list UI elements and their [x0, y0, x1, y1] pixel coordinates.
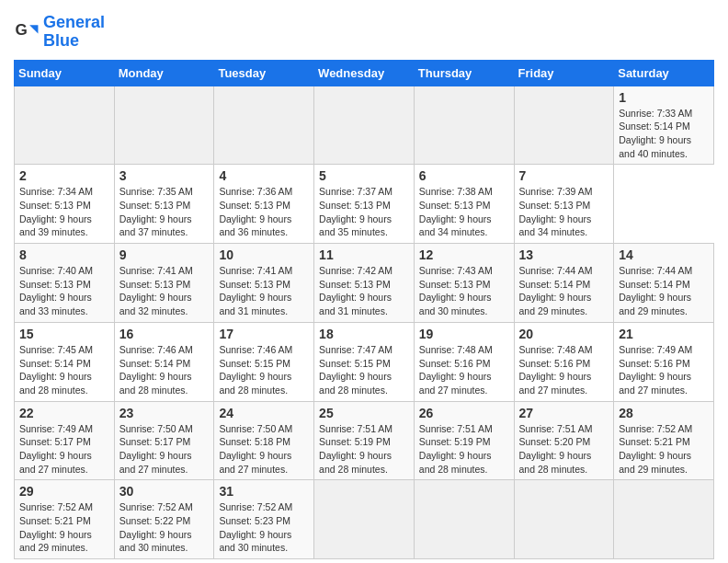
day-info: Sunrise: 7:51 AMSunset: 5:19 PMDaylight:…	[419, 422, 509, 477]
day-number: 29	[19, 484, 109, 499]
calendar-cell	[314, 86, 415, 165]
header-row: SundayMondayTuesdayWednesdayThursdayFrid…	[15, 60, 714, 86]
day-number: 7	[519, 168, 609, 183]
day-info: Sunrise: 7:38 AMSunset: 5:13 PMDaylight:…	[419, 185, 509, 239]
calendar-cell	[314, 480, 415, 559]
day-number: 1	[619, 90, 709, 105]
day-number: 9	[119, 247, 210, 262]
day-info: Sunrise: 7:51 AMSunset: 5:19 PMDaylight:…	[319, 422, 409, 477]
logo-icon: G	[14, 19, 40, 45]
day-number: 8	[19, 247, 109, 262]
calendar-cell: 6 Sunrise: 7:38 AMSunset: 5:13 PMDayligh…	[414, 165, 514, 244]
day-info: Sunrise: 7:43 AMSunset: 5:13 PMDaylight:…	[419, 264, 509, 318]
day-info: Sunrise: 7:52 AMSunset: 5:21 PMDaylight:…	[619, 422, 709, 477]
day-info: Sunrise: 7:49 AMSunset: 5:17 PMDaylight:…	[19, 422, 109, 477]
calendar-cell: 31 Sunrise: 7:52 AMSunset: 5:23 PMDaylig…	[214, 480, 314, 559]
calendar-cell: 28 Sunrise: 7:52 AMSunset: 5:21 PMDaylig…	[614, 401, 714, 480]
day-number: 23	[119, 406, 210, 420]
day-info: Sunrise: 7:33 AMSunset: 5:14 PMDaylight:…	[619, 107, 709, 161]
day-number: 17	[219, 327, 309, 341]
week-row-1: 1 Sunrise: 7:33 AMSunset: 5:14 PMDayligh…	[15, 86, 714, 165]
calendar-cell	[514, 480, 614, 559]
day-info: Sunrise: 7:39 AMSunset: 5:13 PMDaylight:…	[519, 185, 609, 239]
day-number: 21	[619, 327, 709, 341]
day-number: 6	[419, 168, 509, 183]
day-info: Sunrise: 7:36 AMSunset: 5:13 PMDaylight:…	[219, 185, 309, 239]
calendar-cell: 19 Sunrise: 7:48 AMSunset: 5:16 PMDaylig…	[414, 322, 514, 401]
calendar-cell	[214, 86, 314, 165]
day-number: 14	[619, 247, 709, 262]
calendar-cell: 10 Sunrise: 7:41 AMSunset: 5:13 PMDaylig…	[214, 244, 314, 323]
header-sunday: Sunday	[15, 60, 115, 86]
day-info: Sunrise: 7:46 AMSunset: 5:15 PMDaylight:…	[219, 343, 309, 397]
calendar-cell	[514, 86, 614, 165]
calendar-cell: 22 Sunrise: 7:49 AMSunset: 5:17 PMDaylig…	[15, 401, 115, 480]
calendar-cell	[15, 86, 115, 165]
day-info: Sunrise: 7:48 AMSunset: 5:16 PMDaylight:…	[519, 343, 609, 397]
day-number: 3	[119, 168, 210, 183]
calendar-cell: 13 Sunrise: 7:44 AMSunset: 5:14 PMDaylig…	[514, 244, 614, 323]
calendar-cell: 17 Sunrise: 7:46 AMSunset: 5:15 PMDaylig…	[214, 322, 314, 401]
calendar-cell: 7 Sunrise: 7:39 AMSunset: 5:13 PMDayligh…	[514, 165, 614, 244]
calendar-cell: 29 Sunrise: 7:52 AMSunset: 5:21 PMDaylig…	[15, 480, 115, 559]
header-monday: Monday	[114, 60, 214, 86]
header-wednesday: Wednesday	[314, 60, 415, 86]
calendar-cell: 23 Sunrise: 7:50 AMSunset: 5:17 PMDaylig…	[114, 401, 214, 480]
day-number: 10	[219, 247, 309, 262]
calendar-cell: 27 Sunrise: 7:51 AMSunset: 5:20 PMDaylig…	[514, 401, 614, 480]
calendar-cell: 2 Sunrise: 7:34 AMSunset: 5:13 PMDayligh…	[15, 165, 115, 244]
calendar-cell: 26 Sunrise: 7:51 AMSunset: 5:19 PMDaylig…	[414, 401, 514, 480]
day-info: Sunrise: 7:47 AMSunset: 5:15 PMDaylight:…	[319, 343, 409, 397]
calendar-cell: 25 Sunrise: 7:51 AMSunset: 5:19 PMDaylig…	[314, 401, 415, 480]
day-number: 13	[519, 247, 609, 262]
day-info: Sunrise: 7:49 AMSunset: 5:16 PMDaylight:…	[619, 343, 709, 397]
logo-text: General Blue	[43, 14, 105, 51]
day-info: Sunrise: 7:40 AMSunset: 5:13 PMDaylight:…	[19, 264, 109, 318]
day-number: 19	[419, 327, 509, 341]
calendar-cell: 4 Sunrise: 7:36 AMSunset: 5:13 PMDayligh…	[214, 165, 314, 244]
day-number: 2	[19, 168, 109, 183]
day-info: Sunrise: 7:50 AMSunset: 5:18 PMDaylight:…	[219, 422, 309, 477]
day-number: 25	[319, 406, 409, 420]
calendar-cell: 8 Sunrise: 7:40 AMSunset: 5:13 PMDayligh…	[15, 244, 115, 323]
week-row-5: 22 Sunrise: 7:49 AMSunset: 5:17 PMDaylig…	[15, 401, 714, 480]
week-row-4: 15 Sunrise: 7:45 AMSunset: 5:14 PMDaylig…	[15, 322, 714, 401]
calendar-cell: 30 Sunrise: 7:52 AMSunset: 5:22 PMDaylig…	[114, 480, 214, 559]
day-info: Sunrise: 7:45 AMSunset: 5:14 PMDaylight:…	[19, 343, 109, 397]
calendar-cell: 15 Sunrise: 7:45 AMSunset: 5:14 PMDaylig…	[15, 322, 115, 401]
week-row-2: 2 Sunrise: 7:34 AMSunset: 5:13 PMDayligh…	[15, 165, 714, 244]
day-number: 16	[119, 327, 210, 341]
day-number: 18	[319, 327, 409, 341]
day-info: Sunrise: 7:52 AMSunset: 5:23 PMDaylight:…	[219, 500, 309, 555]
calendar-cell: 11 Sunrise: 7:42 AMSunset: 5:13 PMDaylig…	[314, 244, 415, 323]
day-info: Sunrise: 7:34 AMSunset: 5:13 PMDaylight:…	[19, 185, 109, 239]
day-info: Sunrise: 7:35 AMSunset: 5:13 PMDaylight:…	[119, 185, 210, 239]
day-number: 11	[319, 247, 409, 262]
header-tuesday: Tuesday	[214, 60, 314, 86]
week-row-3: 8 Sunrise: 7:40 AMSunset: 5:13 PMDayligh…	[15, 244, 714, 323]
calendar-cell: 24 Sunrise: 7:50 AMSunset: 5:18 PMDaylig…	[214, 401, 314, 480]
day-number: 4	[219, 168, 309, 183]
calendar-cell: 12 Sunrise: 7:43 AMSunset: 5:13 PMDaylig…	[414, 244, 514, 323]
svg-text:G: G	[16, 21, 28, 39]
calendar-cell: 3 Sunrise: 7:35 AMSunset: 5:13 PMDayligh…	[114, 165, 214, 244]
logo: G General Blue	[14, 14, 105, 51]
day-number: 24	[219, 406, 309, 420]
day-info: Sunrise: 7:41 AMSunset: 5:13 PMDaylight:…	[219, 264, 309, 318]
calendar-cell: 5 Sunrise: 7:37 AMSunset: 5:13 PMDayligh…	[314, 165, 415, 244]
day-info: Sunrise: 7:46 AMSunset: 5:14 PMDaylight:…	[119, 343, 210, 397]
header-saturday: Saturday	[614, 60, 714, 86]
day-number: 26	[419, 406, 509, 420]
day-number: 22	[19, 406, 109, 420]
day-info: Sunrise: 7:41 AMSunset: 5:13 PMDaylight:…	[119, 264, 210, 318]
calendar-cell: 16 Sunrise: 7:46 AMSunset: 5:14 PMDaylig…	[114, 322, 214, 401]
week-row-6: 29 Sunrise: 7:52 AMSunset: 5:21 PMDaylig…	[15, 480, 714, 559]
day-info: Sunrise: 7:52 AMSunset: 5:21 PMDaylight:…	[19, 500, 109, 555]
calendar-cell: 9 Sunrise: 7:41 AMSunset: 5:13 PMDayligh…	[114, 244, 214, 323]
day-number: 15	[19, 327, 109, 341]
page-header: G General Blue	[14, 14, 714, 51]
day-info: Sunrise: 7:50 AMSunset: 5:17 PMDaylight:…	[119, 422, 210, 477]
day-number: 31	[219, 484, 309, 499]
calendar-cell	[414, 480, 514, 559]
day-info: Sunrise: 7:37 AMSunset: 5:13 PMDaylight:…	[319, 185, 409, 239]
